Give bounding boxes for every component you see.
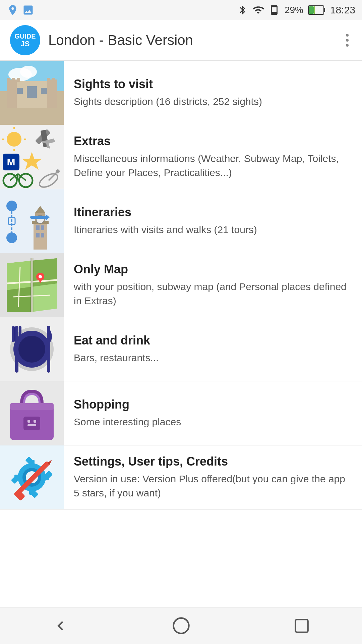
thumb-itineraries <box>0 189 64 253</box>
svg-rect-50 <box>41 225 44 230</box>
menu-content-onlymap: Only Map with your position, subway map … <box>64 256 362 315</box>
menu-content-eatdrink: Eat and drink Bars, restaurants... <box>64 327 362 372</box>
menu-content-extras: Extras Miscellaneous informations (Weath… <box>64 127 362 186</box>
overflow-menu-button[interactable] <box>343 31 352 50</box>
svg-rect-101 <box>295 620 308 632</box>
logo-guide-text: GUIDE <box>14 33 36 40</box>
svg-rect-66 <box>30 258 34 312</box>
svg-rect-1 <box>324 8 325 12</box>
recent-apps-button[interactable] <box>288 612 315 639</box>
app-bar: GUIDE JS London - Basic Version <box>0 20 362 60</box>
menu-item-settings[interactable]: Settings, User tips, Credits Version in … <box>0 445 362 509</box>
bluetooth-icon <box>238 5 248 15</box>
onlymap-desc: with your position, subway map (and Pers… <box>74 280 352 308</box>
sights-title: Sights to visit <box>74 77 352 91</box>
logo-js-text: JS <box>21 40 30 48</box>
svg-rect-16 <box>52 78 55 82</box>
app-title: London - Basic Version <box>48 32 343 48</box>
svg-rect-15 <box>47 78 50 82</box>
svg-rect-11 <box>47 79 57 108</box>
time: 18:23 <box>330 4 355 16</box>
menu-item-eatdrink[interactable]: Eat and drink Bars, restaurants... <box>0 317 362 381</box>
itineraries-desc: Itineraries with visits and walks (21 to… <box>74 223 352 237</box>
menu-item-shopping[interactable]: Shopping Some interesting places <box>0 381 362 445</box>
svg-rect-14 <box>17 78 20 82</box>
svg-rect-82 <box>27 420 30 423</box>
svg-point-21 <box>7 132 21 147</box>
shopping-title: Shopping <box>74 397 352 412</box>
svg-rect-84 <box>27 424 36 426</box>
battery-icon <box>308 5 325 15</box>
svg-rect-17 <box>27 86 37 98</box>
svg-rect-19 <box>41 88 47 94</box>
svg-point-40 <box>6 201 17 211</box>
eatdrink-title: Eat and drink <box>74 333 352 347</box>
nav-bar <box>0 607 362 644</box>
svg-marker-60 <box>32 283 57 312</box>
thumb-onlymap <box>0 253 64 317</box>
svg-point-100 <box>173 618 189 634</box>
svg-rect-80 <box>10 403 54 410</box>
svg-point-73 <box>18 336 45 363</box>
location-icon <box>7 4 19 16</box>
svg-rect-52 <box>41 233 44 237</box>
status-bar: 29% 18:23 <box>0 0 362 20</box>
svg-point-69 <box>39 275 42 278</box>
svg-rect-12 <box>7 78 10 82</box>
overflow-dot-2 <box>346 39 349 42</box>
battery-percent: 29% <box>285 5 303 15</box>
svg-rect-2 <box>309 6 314 14</box>
menu-content-itineraries: Itineraries Itineraries with visits and … <box>64 199 362 244</box>
svg-rect-18 <box>17 88 23 94</box>
sights-desc: Sights description (16 districts, 252 si… <box>74 95 352 109</box>
svg-point-7 <box>20 66 37 78</box>
menu-content-settings: Settings, User tips, Credits Version in … <box>64 448 362 507</box>
back-button[interactable] <box>47 612 74 639</box>
svg-rect-81 <box>23 417 40 430</box>
wifi-icon <box>252 4 264 16</box>
thumb-eatdrink <box>0 317 64 381</box>
svg-rect-53 <box>30 216 47 219</box>
svg-rect-83 <box>34 420 36 423</box>
thumb-extras: M <box>0 125 64 189</box>
settings-title: Settings, User tips, Credits <box>74 454 352 469</box>
menu-list: Sights to visit Sights description (16 d… <box>0 61 362 607</box>
thumb-sights <box>0 61 64 125</box>
menu-item-onlymap[interactable]: Only Map with your position, subway map … <box>0 253 362 317</box>
svg-text:M: M <box>7 156 15 167</box>
overflow-dot-3 <box>346 44 349 47</box>
settings-desc: Version in use: Version Plus offered(but… <box>74 472 352 500</box>
svg-rect-3 <box>314 6 315 14</box>
sim-icon <box>268 4 280 16</box>
home-button[interactable] <box>168 612 194 639</box>
svg-rect-51 <box>36 233 40 237</box>
svg-rect-49 <box>36 225 40 230</box>
menu-content-sights: Sights to visit Sights description (16 d… <box>64 70 362 115</box>
thumb-shopping <box>0 381 64 445</box>
menu-item-extras[interactable]: M <box>0 125 362 189</box>
svg-rect-13 <box>12 78 15 82</box>
svg-marker-58 <box>32 258 57 287</box>
menu-item-sights[interactable]: Sights to visit Sights description (16 d… <box>0 61 362 125</box>
thumb-settings <box>0 445 64 509</box>
overflow-dot-1 <box>346 34 349 37</box>
itineraries-title: Itineraries <box>74 205 352 219</box>
svg-point-38 <box>56 169 60 173</box>
shopping-desc: Some interesting places <box>74 415 352 429</box>
svg-point-41 <box>6 232 17 243</box>
menu-item-itineraries[interactable]: Itineraries Itineraries with visits and … <box>0 189 362 253</box>
eatdrink-desc: Bars, restaurants... <box>74 351 352 365</box>
menu-content-shopping: Shopping Some interesting places <box>64 391 362 436</box>
extras-desc: Miscellaneous informations (Weather, Sub… <box>74 152 352 180</box>
app-logo: GUIDE JS <box>10 25 40 55</box>
photo-icon <box>22 4 34 16</box>
onlymap-title: Only Map <box>74 262 352 276</box>
svg-rect-10 <box>7 79 17 108</box>
svg-rect-44 <box>34 223 47 250</box>
extras-title: Extras <box>74 134 352 148</box>
